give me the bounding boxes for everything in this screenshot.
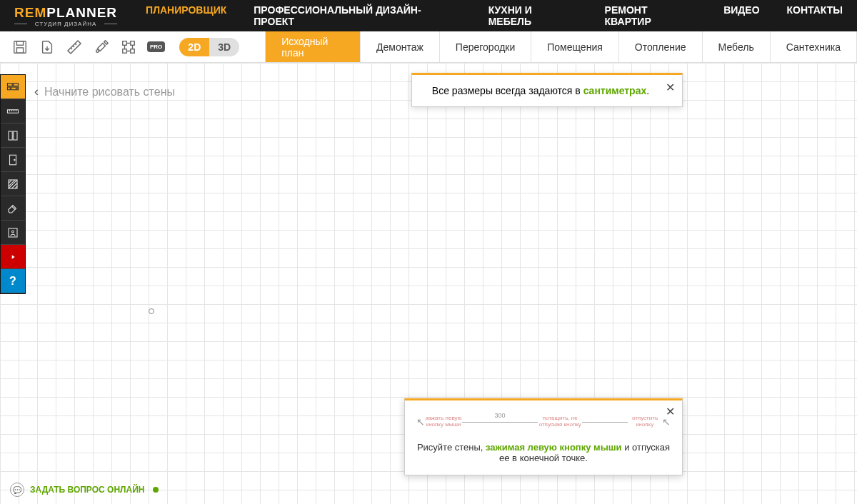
- tab-partitions[interactable]: Перегородки: [439, 31, 531, 62]
- sidebar-wall[interactable]: [1, 75, 25, 99]
- sidebar-youtube[interactable]: [1, 245, 25, 269]
- walls-tutorial: ✕ ↖ зажать левую кнопку мыши 300 потащит…: [404, 398, 683, 475]
- tutorial-label-mid: потащить, не отпуская кнопку: [538, 415, 582, 428]
- sidebar-hatch[interactable]: [1, 172, 25, 196]
- svg-rect-12: [17, 87, 19, 90]
- sidebar-window[interactable]: [1, 124, 25, 148]
- tutorial-text: Рисуйте стены, зажимая левую кнопку мыши…: [416, 442, 671, 463]
- svg-point-3: [96, 49, 99, 52]
- tool-group: PRO 2D 3D: [11, 31, 251, 62]
- logo[interactable]: REMPLANNER СТУДИЯ ДИЗАЙНА: [14, 5, 117, 27]
- svg-rect-13: [8, 109, 19, 113]
- sidebar: ?: [0, 74, 26, 294]
- nav-kitchen[interactable]: КУХНИ И МЕБЕЛЬ: [488, 4, 578, 27]
- svg-rect-5: [131, 41, 135, 45]
- sidebar-eraser[interactable]: [1, 196, 25, 221]
- tab-heating[interactable]: Отопление: [618, 31, 702, 62]
- svg-rect-10: [8, 87, 11, 90]
- tutorial-label-left: зажать левую кнопку мыши: [425, 415, 462, 428]
- status-dot-icon: [153, 487, 159, 493]
- chat-button[interactable]: 💬 ЗАДАТЬ ВОПРОС ОНЛАЙН: [10, 483, 159, 497]
- tab-rooms[interactable]: Помещения: [531, 31, 618, 62]
- top-nav: REMPLANNER СТУДИЯ ДИЗАЙНА ПЛАНИРОВЩИК ПР…: [0, 0, 857, 31]
- dimension-label: 300: [495, 412, 506, 419]
- svg-rect-11: [11, 87, 16, 90]
- snap-icon[interactable]: [120, 39, 137, 56]
- plan-tabs: Исходный план Демонтаж Перегородки Помещ…: [265, 31, 857, 62]
- logo-text: REMPLANNER: [14, 5, 117, 21]
- close-icon[interactable]: ✕: [666, 81, 675, 94]
- chat-label: ЗАДАТЬ ВОПРОС ОНЛАЙН: [30, 485, 144, 495]
- tip-text-prefix: Все размеры всегда задаются в: [432, 85, 583, 96]
- chevron-left-icon[interactable]: ‹: [34, 84, 39, 99]
- tab-demolition[interactable]: Демонтаж: [360, 31, 439, 62]
- save-icon[interactable]: [11, 39, 29, 56]
- ruler-icon[interactable]: [66, 39, 83, 56]
- sidebar-room[interactable]: [1, 221, 25, 245]
- tab-plumbing[interactable]: Сантехника: [770, 31, 857, 62]
- chat-icon: 💬: [10, 483, 24, 497]
- tutorial-prefix: Рисуйте стены,: [417, 442, 486, 453]
- svg-rect-2: [16, 47, 23, 52]
- tip-highlight: сантиметрах: [583, 85, 647, 96]
- svg-rect-9: [14, 83, 19, 86]
- svg-point-17: [14, 159, 16, 161]
- view-toggle: 2D 3D: [179, 38, 239, 56]
- tutorial-graphic: ↖ зажать левую кнопку мыши 300 потащить,…: [416, 409, 671, 435]
- hint-text: Начните рисовать стены: [44, 86, 175, 99]
- svg-point-20: [12, 231, 14, 233]
- export-icon[interactable]: [39, 39, 56, 56]
- logo-subtitle: СТУДИЯ ДИЗАЙНА: [14, 21, 117, 27]
- tutorial-highlight: зажимая левую кнопку мыши: [486, 442, 622, 453]
- canvas-point[interactable]: [149, 308, 154, 314]
- tab-furniture[interactable]: Мебель: [702, 31, 770, 62]
- view-2d-button[interactable]: 2D: [179, 38, 209, 56]
- nav-contacts[interactable]: КОНТАКТЫ: [787, 4, 843, 27]
- view-3d-button[interactable]: 3D: [209, 38, 239, 56]
- svg-rect-1: [16, 41, 23, 45]
- start-hint: ‹ Начните рисовать стены: [34, 84, 175, 99]
- svg-rect-4: [123, 41, 127, 45]
- svg-rect-7: [131, 49, 135, 53]
- sidebar-door[interactable]: [1, 148, 25, 172]
- nav-design[interactable]: ПРОФЕССИОНАЛЬНЫЙ ДИЗАЙН-ПРОЕКТ: [254, 4, 461, 27]
- tutorial-line-2: [582, 422, 628, 423]
- svg-rect-6: [123, 49, 127, 53]
- svg-rect-15: [14, 131, 17, 140]
- tools-icon[interactable]: [93, 39, 110, 56]
- nav-repair[interactable]: РЕМОНТ КВАРТИР: [605, 4, 697, 27]
- nav-items: ПЛАНИРОВЩИК ПРОФЕССИОНАЛЬНЫЙ ДИЗАЙН-ПРОЕ…: [146, 4, 843, 27]
- cursor-icon: ↖: [662, 416, 671, 428]
- nav-video[interactable]: ВИДЕО: [723, 4, 759, 27]
- tutorial-line: 300: [462, 422, 538, 423]
- tab-source-plan[interactable]: Исходный план: [265, 31, 360, 62]
- cursor-icon: ↖: [416, 416, 425, 428]
- svg-rect-0: [14, 41, 26, 53]
- sidebar-measure[interactable]: [1, 99, 25, 124]
- svg-rect-14: [9, 131, 12, 140]
- toolbar: PRO 2D 3D Исходный план Демонтаж Перегор…: [0, 31, 857, 63]
- tip-text-suffix: .: [646, 85, 649, 96]
- pro-badge[interactable]: PRO: [147, 41, 165, 52]
- units-tooltip: Все размеры всегда задаются в сантиметра…: [411, 73, 683, 107]
- nav-planner[interactable]: ПЛАНИРОВЩИК: [146, 4, 226, 27]
- tutorial-label-right: отпустить кнопку: [628, 415, 662, 428]
- sidebar-help[interactable]: ?: [1, 269, 25, 293]
- svg-rect-8: [8, 83, 13, 86]
